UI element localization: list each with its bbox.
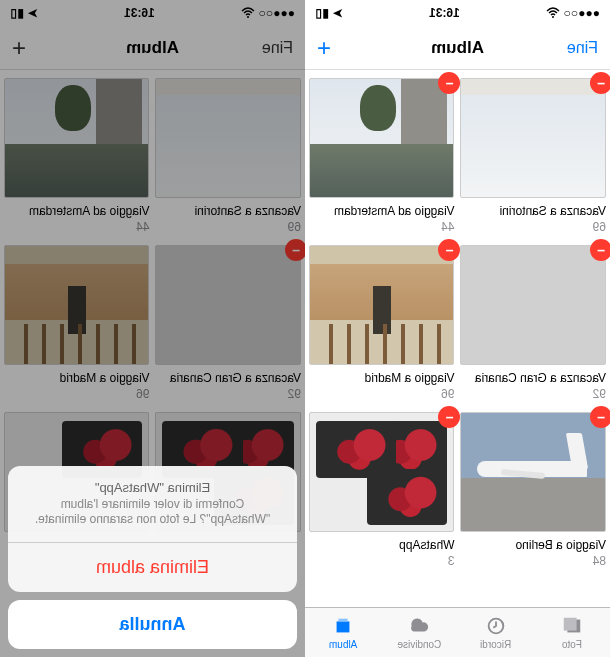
svg-point-0 xyxy=(552,16,554,18)
action-sheet: Elimina "WhatsApp" Confermi di voler eli… xyxy=(8,466,297,592)
add-album-button[interactable]: + xyxy=(317,36,331,60)
delete-badge-icon[interactable]: – xyxy=(590,239,610,261)
album-item[interactable]: – Vacanza a Santorini69 xyxy=(461,78,607,235)
album-thumbnail xyxy=(309,412,455,532)
status-time: 16:31 xyxy=(429,6,460,20)
album-thumbnail xyxy=(461,412,607,532)
cancel-button[interactable]: Annulla xyxy=(8,600,297,649)
nav-title: Album xyxy=(305,38,610,58)
album-count: 69 xyxy=(593,220,606,234)
tab-foto[interactable]: Foto xyxy=(534,608,610,657)
screen-delete-confirm: ●●●○○ 16:31 ➤ ▮▯ Fine Album + Vacanza a … xyxy=(0,0,305,657)
clock-icon xyxy=(485,615,507,637)
album-count: 3 xyxy=(448,554,455,568)
photos-icon xyxy=(561,615,583,637)
delete-album-button[interactable]: Elimina album xyxy=(8,542,297,592)
album-thumbnail xyxy=(461,78,607,198)
album-title: Vacanza a Santorini xyxy=(461,204,607,220)
album-thumbnail xyxy=(309,245,455,365)
album-item[interactable]: – Viaggio a Berlino84 xyxy=(461,412,607,569)
sheet-title: Elimina "WhatsApp" xyxy=(26,480,279,495)
svg-rect-2 xyxy=(564,618,577,631)
albums-grid: – Vacanza a Santorini69 – Viaggio ad Ams… xyxy=(305,70,610,607)
album-title: Viaggio ad Amsterdam xyxy=(309,204,455,220)
delete-badge-icon[interactable]: – xyxy=(439,239,461,261)
album-count: 96 xyxy=(441,387,454,401)
album-item[interactable]: – Viaggio ad Amsterdam44 xyxy=(309,78,455,235)
album-count: 84 xyxy=(593,554,606,568)
status-bar: ●●●○○ 16:31 ➤ ▮▯ xyxy=(305,0,610,26)
tab-ricordi[interactable]: Ricordi xyxy=(458,608,534,657)
signal-icon: ●●●○○ xyxy=(564,6,600,20)
delete-badge-icon[interactable]: – xyxy=(590,72,610,94)
tab-bar: Foto Ricordi Condivise Album xyxy=(305,607,610,657)
album-title: Viaggio a Berlino xyxy=(461,538,607,554)
album-count: 44 xyxy=(441,220,454,234)
album-count: 92 xyxy=(593,387,606,401)
action-sheet-overlay: Elimina "WhatsApp" Confermi di voler eli… xyxy=(0,0,305,657)
album-thumbnail xyxy=(461,245,607,365)
location-icon: ➤ xyxy=(333,6,343,20)
album-item[interactable]: – Vacanza a Gran Canaria92 xyxy=(461,245,607,402)
album-thumbnail xyxy=(309,78,455,198)
done-button[interactable]: Fine xyxy=(567,39,598,57)
album-title: Viaggio a Madrid xyxy=(309,371,455,387)
screen-edit-albums: ●●●○○ 16:31 ➤ ▮▯ Fine Album + – Vacanza … xyxy=(305,0,610,657)
tab-album[interactable]: Album xyxy=(305,608,381,657)
delete-badge-icon[interactable]: – xyxy=(439,406,461,428)
album-icon xyxy=(332,615,354,637)
album-title: Vacanza a Gran Canaria xyxy=(461,371,607,387)
delete-badge-icon[interactable]: – xyxy=(439,72,461,94)
delete-badge-icon[interactable]: – xyxy=(590,406,610,428)
album-item[interactable]: – Viaggio a Madrid96 xyxy=(309,245,455,402)
album-title: WhatsApp xyxy=(309,538,455,554)
sheet-message: Confermi di voler eliminare l'album "Wha… xyxy=(26,497,279,528)
battery-icon: ▮▯ xyxy=(315,6,329,20)
album-item[interactable]: – WhatsApp3 xyxy=(309,412,455,569)
svg-rect-5 xyxy=(339,619,348,622)
svg-rect-4 xyxy=(337,621,350,632)
nav-bar: Fine Album + xyxy=(305,26,610,70)
tab-condivise[interactable]: Condivise xyxy=(381,608,457,657)
cloud-icon xyxy=(408,615,430,637)
wifi-icon xyxy=(546,7,560,19)
